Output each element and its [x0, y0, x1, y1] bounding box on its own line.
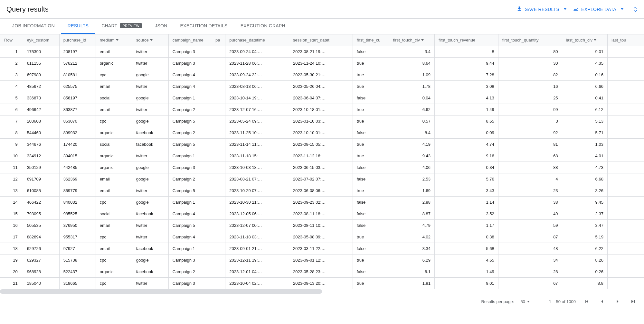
cell-purchase-datetime: 2023-12-11 19:…: [225, 255, 289, 266]
cell-first-touch-revenue: 0.38: [435, 231, 498, 243]
horizontal-scrollbar[interactable]: [0, 289, 644, 294]
cell-eyk-customer: 697989: [23, 69, 59, 81]
cell-campaign-name: Campaign 1: [168, 197, 214, 208]
expand-collapse-toggle[interactable]: [633, 7, 638, 12]
tab-job-information[interactable]: JOB INFORMATION: [6, 19, 61, 34]
table-row[interactable]: 14466422840032cpcgoogleCampaign 12023-10…: [0, 197, 644, 208]
next-page-button[interactable]: [613, 297, 622, 306]
table-row[interactable]: 20968928522437organicfacebookCampaign 22…: [0, 266, 644, 278]
cell-last-touch-clv: 0.41: [562, 92, 607, 104]
col-campaign-name[interactable]: campaign_name: [168, 34, 214, 46]
results-table-wrap[interactable]: Row eyk_custom purchase_id medium source…: [0, 34, 644, 289]
cell-first-touch-clv: 8.64: [389, 58, 434, 69]
table-row[interactable]: 8544460899932organicfacebookCampaign 220…: [0, 127, 644, 139]
table-row[interactable]: 5336873856197socialgoogleCampaign 12023-…: [0, 92, 644, 104]
save-results-button[interactable]: SAVE RESULTS: [513, 4, 570, 14]
cell-eyk-customer: 496642: [23, 104, 59, 116]
cell-eyk-customer: 610085: [23, 185, 59, 197]
cell-medium: organic: [96, 58, 132, 69]
cell-first-touch-quantity: 16: [498, 81, 562, 92]
prev-page-button[interactable]: [598, 297, 607, 306]
cell-source: facebook: [132, 139, 168, 150]
cell-purchase-id: 174420: [59, 139, 96, 150]
explore-data-button[interactable]: EXPLORE DATA: [570, 4, 627, 14]
cell-medium: email: [96, 220, 132, 231]
sort-arrow-icon: [594, 39, 596, 41]
col-row[interactable]: Row: [0, 34, 23, 46]
cell-session-start-datetime: 2023-08-21 19:…: [289, 46, 353, 58]
table-row[interactable]: 7203608853070cpcgoogleCampaign 52023-05-…: [0, 116, 644, 127]
col-last-touch-clv[interactable]: last_touch_clv: [562, 34, 607, 46]
cell-first-touch-quantity: 49: [498, 208, 562, 220]
cell-first-touch-clv: 2.53: [389, 173, 434, 185]
cell-session-start-datetime: 2023-05-08 09:…: [289, 231, 353, 243]
table-row[interactable]: 19629327515738cpcgoogleCampaign 32023-12…: [0, 255, 644, 266]
cell-last-tou: [607, 104, 644, 116]
cell-row: 20: [0, 266, 23, 278]
cell-first-touch-quantity: 38: [498, 197, 562, 208]
cell-purchase-id: 442485: [59, 162, 96, 173]
table-row[interactable]: 12691709362369emailgoogleCampaign 22023-…: [0, 173, 644, 185]
cell-pa: [214, 46, 225, 58]
last-page-button[interactable]: [629, 297, 638, 306]
cell-first-touch-clv: 9.43: [389, 150, 434, 162]
cell-campaign-name: Campaign 3: [168, 46, 214, 58]
scrollbar-thumb[interactable]: [0, 289, 322, 294]
table-row[interactable]: 1175390208197emailtwitterCampaign 32023-…: [0, 46, 644, 58]
tab-execution-graph[interactable]: EXECUTION GRAPH: [234, 19, 292, 34]
table-row[interactable]: 15793095985525socialfacebookCampaign 420…: [0, 208, 644, 220]
cell-source: google: [132, 116, 168, 127]
cell-first-touch-revenue: 4.65: [435, 255, 498, 266]
table-row[interactable]: 17882694955317cpctwitterCampaign 42023-1…: [0, 231, 644, 243]
first-page-button[interactable]: [582, 297, 591, 306]
table-row[interactable]: 6496642863877emailtwitterCampaign 22023-…: [0, 104, 644, 116]
cell-eyk-customer: 336873: [23, 92, 59, 104]
table-row[interactable]: 4485672625575emailtwitterCampaign 42023-…: [0, 81, 644, 92]
col-first-time-customer[interactable]: first_time_cu: [353, 34, 389, 46]
cell-last-touch-clv: 5.19: [562, 231, 607, 243]
table-row[interactable]: 1862972697927emailfacebookCampaign 12023…: [0, 243, 644, 255]
table-row[interactable]: 9344676174420socialfacebookCampaign 5202…: [0, 139, 644, 150]
table-row[interactable]: 11350129442485organicgoogleCampaign 3202…: [0, 162, 644, 173]
cell-medium: organic: [96, 127, 132, 139]
chart-icon: [573, 6, 579, 13]
cell-pa: [214, 150, 225, 162]
cell-first-touch-quantity: 48: [498, 243, 562, 255]
cell-last-tou: [607, 127, 644, 139]
cell-purchase-id: 856197: [59, 92, 96, 104]
results-per-page-select[interactable]: 50: [520, 299, 529, 304]
table-row[interactable]: 13610085869779emailtwitterCampaign 52023…: [0, 185, 644, 197]
cell-first-time-customer: false: [353, 92, 389, 104]
col-purchase-datetime[interactable]: purchase_datetime: [225, 34, 289, 46]
col-purchase-id[interactable]: purchase_id: [59, 34, 96, 46]
tab-results[interactable]: RESULTS: [61, 19, 95, 34]
cell-purchase-datetime: 2023-10-29 07:…: [225, 185, 289, 197]
cell-first-time-customer: false: [353, 208, 389, 220]
col-pa[interactable]: pa: [214, 34, 225, 46]
table-row[interactable]: 3697989810581cpcgoogleCampaign 42023-09-…: [0, 69, 644, 81]
table-row[interactable]: 16505535376950emailtwitterCampaign 52023…: [0, 220, 644, 231]
cell-first-touch-clv: 8.4: [389, 127, 434, 139]
cell-medium: social: [96, 139, 132, 150]
cell-first-touch-clv: 4.79: [389, 220, 434, 231]
table-row[interactable]: 10334912394015organictwitterCampaign 120…: [0, 150, 644, 162]
table-row[interactable]: 2611155576212organictwitterCampaign 3202…: [0, 58, 644, 69]
cell-session-start-datetime: 2023-05-26 04:…: [289, 81, 353, 92]
cell-source: google: [132, 255, 168, 266]
tab-json[interactable]: JSON: [148, 19, 174, 34]
col-source[interactable]: source: [132, 34, 168, 46]
tab-execution-details[interactable]: EXECUTION DETAILS: [174, 19, 234, 34]
col-first-touch-revenue[interactable]: first_touch_revenue: [435, 34, 498, 46]
col-last-tou[interactable]: last_tou: [607, 34, 644, 46]
tab-chart[interactable]: CHART PREVIEW: [95, 19, 148, 34]
col-first-touch-quantity[interactable]: first_touch_quantity: [498, 34, 562, 46]
table-row[interactable]: 21185040318665cpctwitterCampaign 32023-1…: [0, 278, 644, 289]
cell-pa: [214, 197, 225, 208]
cell-source: twitter: [132, 150, 168, 162]
cell-purchase-datetime: 2023-09-24 04:…: [225, 46, 289, 58]
col-session-start-datetime[interactable]: session_start_datet: [289, 34, 353, 46]
col-eyk-customer[interactable]: eyk_custom: [23, 34, 59, 46]
cell-first-touch-clv: 3.4: [389, 46, 434, 58]
col-medium[interactable]: medium: [96, 34, 132, 46]
col-first-touch-clv[interactable]: first_touch_clv: [389, 34, 434, 46]
